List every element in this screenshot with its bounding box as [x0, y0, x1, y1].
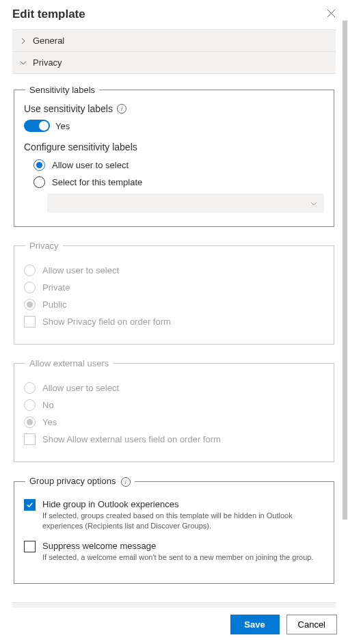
radio-icon: [24, 416, 36, 428]
checkbox-description: If selected, a welcome email won't be se…: [42, 552, 324, 563]
radio-external-no: No: [24, 399, 324, 411]
panel-header: Edit template: [0, 0, 348, 27]
accordion-label: General: [33, 36, 64, 46]
accordion-general[interactable]: General: [12, 29, 336, 52]
legend-group-privacy: Group privacy options i: [25, 476, 135, 487]
edit-template-panel: Edit template General Privacy Sensitivit…: [0, 0, 348, 644]
privacy-group: Privacy Allow user to select Private Pub…: [14, 241, 334, 345]
checkbox-body: Hide group in Outlook experiences If sel…: [42, 499, 324, 531]
scroll-area[interactable]: General Privacy Sensitivity labels Use s…: [0, 27, 348, 608]
radio-external-allow: Allow user to select: [24, 382, 324, 394]
checkbox-title: Hide group in Outlook experiences: [42, 499, 324, 509]
radio-icon: [24, 399, 36, 411]
checkbox-icon: [24, 541, 36, 552]
panel-title: Edit template: [12, 8, 85, 21]
chevron-down-icon: [310, 200, 317, 207]
panel-footer: Save Cancel: [0, 608, 348, 644]
legend-sensitivity: Sensitivity labels: [25, 85, 99, 95]
radio-privacy-private: Private: [24, 282, 324, 293]
checkbox-icon: [24, 433, 36, 445]
use-sensitivity-label-row: Use sensitivity labels i: [24, 103, 324, 114]
chevron-right-icon: [19, 37, 27, 45]
radio-allow-user-select[interactable]: Allow user to select: [34, 159, 324, 171]
radio-label: Allow user to select: [42, 265, 119, 276]
sensitivity-labels-group: Sensitivity labels Use sensitivity label…: [14, 85, 334, 227]
radio-privacy-public: Public: [24, 299, 324, 310]
checkbox-title: Suppress welcome message: [42, 541, 324, 551]
cancel-button[interactable]: Cancel: [286, 615, 337, 634]
legend-text: Group privacy options: [29, 476, 116, 486]
radio-select-for-template[interactable]: Select for this template: [34, 176, 324, 188]
save-button[interactable]: Save: [230, 615, 280, 634]
accordion-label: Privacy: [33, 57, 62, 68]
checkbox-description: If selected, groups created based on thi…: [42, 511, 324, 531]
radio-label: Select for this template: [52, 177, 142, 187]
info-icon[interactable]: i: [121, 477, 131, 487]
radio-icon: [24, 299, 36, 310]
sensitivity-toggle[interactable]: [24, 120, 50, 132]
use-sensitivity-label: Use sensitivity labels: [24, 103, 113, 114]
radio-label: Allow user to select: [42, 383, 119, 393]
close-icon[interactable]: [324, 5, 338, 23]
group-privacy-options: Group privacy options i Hide group in Ou…: [14, 476, 334, 584]
radio-icon: [34, 176, 45, 188]
checkbox-icon: [24, 316, 36, 327]
configure-sensitivity-heading: Configure sensitivity labels: [24, 142, 324, 152]
radio-label: No: [42, 400, 54, 410]
radio-label: Private: [42, 282, 70, 293]
checkbox-show-external-field: Show Allow external users field on order…: [24, 433, 324, 445]
radio-icon: [24, 265, 36, 276]
radio-external-yes: Yes: [24, 416, 324, 428]
sensitivity-label-dropdown[interactable]: [47, 193, 324, 213]
radio-privacy-allow: Allow user to select: [24, 265, 324, 276]
radio-icon: [24, 382, 36, 394]
radio-label: Allow user to select: [52, 160, 129, 170]
radio-icon: [24, 282, 36, 293]
checkbox-icon: [24, 499, 36, 511]
checkbox-suppress-welcome[interactable]: Suppress welcome message If selected, a …: [24, 541, 324, 563]
toggle-value: Yes: [55, 121, 70, 131]
chevron-down-icon: [19, 59, 27, 67]
info-icon[interactable]: i: [117, 104, 126, 113]
radio-label: Public: [42, 299, 66, 310]
radio-icon: [34, 159, 45, 171]
checkbox-hide-outlook[interactable]: Hide group in Outlook experiences If sel…: [24, 499, 324, 531]
checkbox-label: Show Privacy field on order form: [42, 317, 171, 327]
sensitivity-toggle-row: Yes: [24, 120, 324, 132]
radio-label: Yes: [42, 417, 57, 427]
scrollbar-thumb[interactable]: [343, 21, 347, 520]
checkbox-label: Show Allow external users field on order…: [42, 434, 221, 444]
accordion-privacy[interactable]: Privacy: [12, 51, 336, 74]
external-users-group: Allow external users Allow user to selec…: [14, 358, 334, 462]
privacy-content: Sensitivity labels Use sensitivity label…: [12, 74, 336, 603]
legend-privacy: Privacy: [25, 241, 63, 251]
legend-external: Allow external users: [25, 358, 113, 368]
checkbox-show-privacy-field: Show Privacy field on order form: [24, 316, 324, 327]
checkbox-body: Suppress welcome message If selected, a …: [42, 541, 324, 563]
accordion-membership[interactable]: Membership: [12, 602, 336, 608]
